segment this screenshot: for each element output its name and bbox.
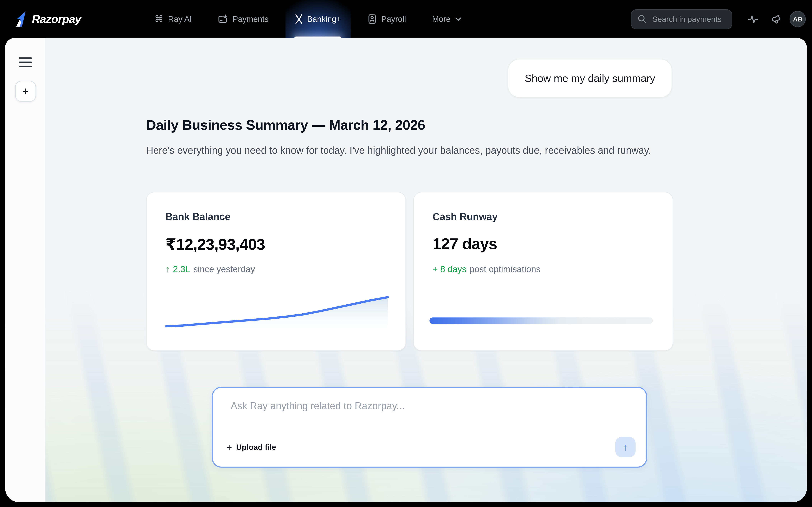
banking-x-icon — [295, 14, 303, 24]
sidebar: + — [5, 38, 45, 502]
nav-item-payroll[interactable]: Payroll — [358, 0, 415, 38]
megaphone-icon[interactable] — [765, 14, 788, 24]
chat-main: Show me my daily summary Daily Business … — [46, 38, 807, 502]
cash-runway-value: 127 days — [433, 235, 497, 253]
top-nav: Razorpay ⌘ Ray AI Payments — [0, 0, 812, 38]
content-panel: + Show me my daily summary Daily Busines… — [5, 38, 807, 502]
user-message-bubble: Show me my daily summary — [508, 59, 672, 97]
nav-item-label: Banking+ — [307, 14, 341, 24]
nav-right-controls: AB — [631, 0, 812, 38]
card-title: Bank Balance — [165, 211, 231, 223]
menu-icon[interactable] — [19, 57, 32, 67]
cash-runway-delta: + 8 days post optimisations — [433, 264, 541, 275]
send-button[interactable]: ↑ — [615, 437, 636, 457]
razorpay-app: Razorpay ⌘ Ray AI Payments — [0, 0, 812, 507]
nav-item-ray-ai[interactable]: ⌘ Ray AI — [145, 0, 201, 38]
bank-balance-delta: ↑ 2.3L since yesterday — [165, 264, 255, 275]
runway-progress-bar — [429, 318, 653, 324]
nav-item-label: Payroll — [381, 14, 406, 24]
arrow-up-icon: ↑ — [623, 441, 628, 453]
delta-amount: 2.3L — [173, 264, 190, 275]
plus-icon: + — [226, 442, 232, 452]
ask-ray-input[interactable] — [213, 388, 646, 425]
delta-amount: + 8 days — [433, 264, 466, 275]
bank-balance-card: Bank Balance ₹12,23,93,403 ↑ 2.3L since … — [146, 192, 406, 351]
summary-title: Daily Business Summary — March 12, 2026 — [146, 117, 425, 133]
nav-item-payments[interactable]: Payments — [209, 0, 278, 38]
razorpay-logo-icon — [16, 11, 28, 27]
primary-nav: ⌘ Ray AI Payments — [145, 0, 471, 38]
card-title: Cash Runway — [433, 211, 498, 223]
upload-file-button[interactable]: + Upload file — [226, 442, 276, 452]
bank-balance-value: ₹12,23,93,403 — [165, 235, 265, 253]
nav-item-banking-plus[interactable]: Banking+ — [285, 0, 351, 38]
payroll-icon — [367, 14, 377, 24]
user-avatar[interactable]: AB — [790, 11, 806, 27]
bank-balance-sparkline — [165, 295, 389, 330]
payments-icon — [218, 14, 228, 24]
plus-icon: + — [22, 85, 29, 97]
ask-ray-composer[interactable]: + Upload file ↑ — [212, 387, 647, 468]
nav-item-label: Payments — [233, 14, 268, 24]
razorpay-logo[interactable]: Razorpay — [16, 0, 81, 38]
delta-caption: since yesterday — [193, 264, 255, 275]
search-icon — [638, 14, 647, 23]
cash-runway-card: Cash Runway 127 days + 8 days post optim… — [413, 192, 673, 351]
user-message-text: Show me my daily summary — [525, 72, 655, 84]
composer-footer: + Upload file ↑ — [226, 437, 636, 457]
arrow-up-icon: ↑ — [165, 264, 170, 275]
search-box[interactable] — [631, 9, 732, 29]
delta-caption: post optimisations — [469, 264, 541, 275]
new-chat-button[interactable]: + — [15, 81, 36, 102]
nav-item-more[interactable]: More — [423, 0, 471, 38]
chevron-down-icon — [455, 17, 462, 21]
ray-ai-icon: ⌘ — [154, 14, 163, 24]
summary-cards: Bank Balance ₹12,23,93,403 ↑ 2.3L since … — [146, 192, 673, 351]
activity-icon[interactable] — [742, 14, 765, 24]
upload-file-label: Upload file — [236, 443, 276, 451]
summary-description: Here's everything you need to know for t… — [146, 143, 663, 159]
nav-item-label: Ray AI — [168, 14, 192, 24]
brand-name: Razorpay — [32, 12, 81, 26]
search-input[interactable] — [651, 14, 725, 24]
nav-item-label: More — [432, 14, 451, 24]
